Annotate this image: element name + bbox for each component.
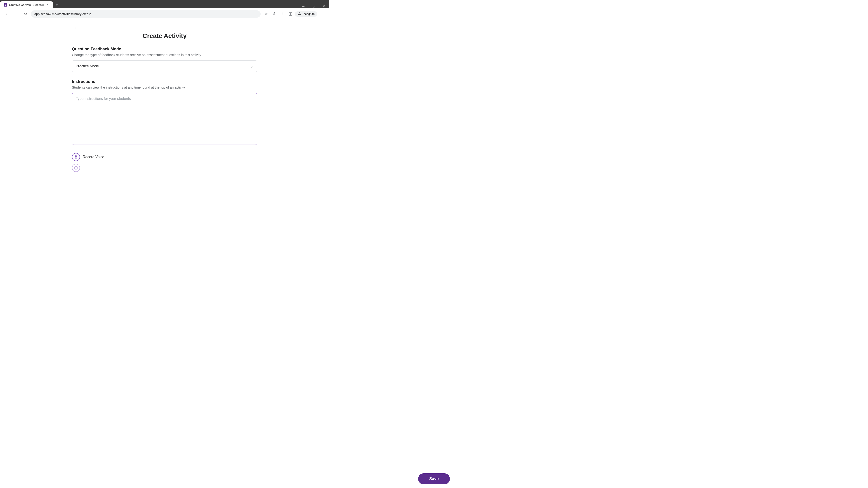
refresh-button[interactable]: ↻ (22, 10, 29, 18)
page-title: Create Activity (72, 32, 257, 39)
page-inner: Create Activity Question Feedback Mode C… (63, 31, 266, 174)
more-button[interactable]: ⋮ (318, 10, 326, 18)
feedback-section-description: Change the type of feedback students rec… (72, 53, 257, 57)
feedback-section-title: Question Feedback Mode (72, 47, 257, 52)
instructions-section-title: Instructions (72, 79, 257, 84)
record-voice-option[interactable]: Record Voice (72, 153, 257, 161)
tab-favicon: S (4, 3, 7, 6)
attachment-icon (72, 164, 80, 172)
page-title-row: Create Activity (72, 32, 257, 39)
instructions-section-description: Students can view the instructions at an… (72, 86, 257, 89)
page-content: ← Create Activity Question Feedback Mode… (0, 20, 329, 174)
incognito-label: Incognito (303, 12, 315, 15)
top-nav: ← (63, 20, 266, 31)
address-bar-row: ← → ↻ ☆ ⇓ Incognito ⋮ (0, 8, 329, 20)
active-tab[interactable]: S Creative Canvas - Seesaw ✕ (0, 1, 53, 8)
new-tab-button[interactable]: + (53, 1, 61, 8)
download-button[interactable]: ⇓ (279, 10, 286, 18)
browser-tabs-bar: S Creative Canvas - Seesaw ✕ + — ◻ ✕ (0, 0, 329, 8)
tab-close-button[interactable]: ✕ (46, 3, 49, 6)
window-controls: — ◻ ✕ (298, 1, 329, 8)
instructions-section: Instructions Students can view the instr… (72, 79, 257, 146)
close-window-button[interactable]: ✕ (319, 1, 329, 11)
feedback-mode-dropdown[interactable]: Practice Mode ⌄ (72, 60, 257, 72)
maximize-button[interactable]: ◻ (308, 1, 319, 11)
extensions-button[interactable] (271, 10, 278, 18)
minimize-button[interactable]: — (298, 1, 308, 11)
incognito-badge: Incognito (295, 11, 317, 17)
feedback-mode-section: Question Feedback Mode Change the type o… (72, 47, 257, 72)
chevron-down-icon: ⌄ (250, 64, 253, 69)
svg-point-2 (299, 13, 300, 14)
microphone-icon (72, 153, 80, 161)
tab-title: Creative Canvas - Seesaw (9, 3, 44, 6)
back-nav-button[interactable]: ← (4, 10, 11, 18)
instructions-textarea[interactable] (72, 93, 257, 145)
split-button[interactable] (287, 10, 294, 18)
bookmark-button[interactable]: ☆ (262, 10, 270, 18)
forward-nav-button[interactable]: → (13, 10, 20, 18)
second-attachment-option[interactable] (72, 164, 257, 172)
back-button[interactable]: ← (72, 24, 80, 31)
toolbar-icons: ☆ ⇓ Incognito ⋮ (262, 10, 326, 18)
dropdown-selected-value: Practice Mode (76, 64, 99, 68)
record-voice-label: Record Voice (83, 155, 104, 159)
address-bar[interactable] (31, 10, 260, 18)
